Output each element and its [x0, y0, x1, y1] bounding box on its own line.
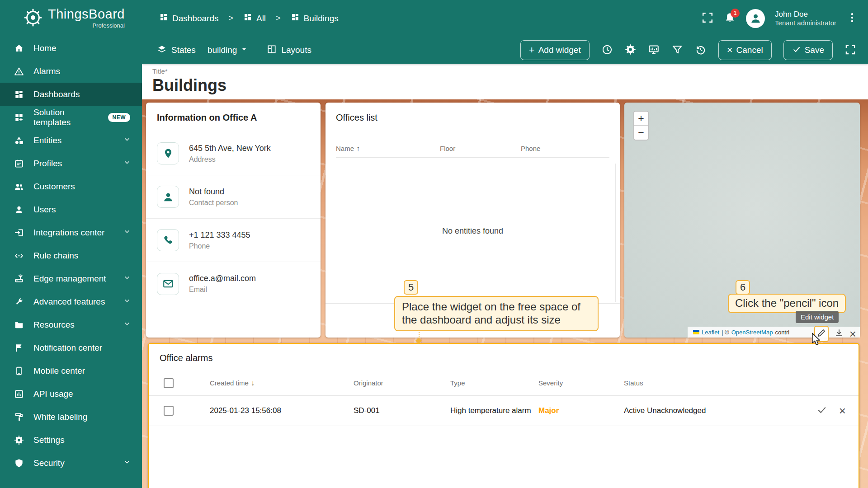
history-icon	[695, 44, 707, 57]
sidebar-item-notification-center[interactable]: Notification center	[0, 336, 142, 359]
gear-icon	[625, 44, 636, 56]
expand-dashboard-button[interactable]	[844, 44, 856, 57]
sidebar-item-entities[interactable]: Entities	[0, 129, 142, 152]
version-control-button[interactable]	[695, 44, 707, 57]
sidebar-item-label: White labeling	[33, 412, 87, 422]
zoom-in-button[interactable]: +	[634, 112, 648, 126]
avatar[interactable]	[746, 9, 765, 28]
sidebar-item-customers[interactable]: Customers	[0, 175, 142, 198]
phone-device-icon	[14, 366, 24, 376]
email-icon	[157, 273, 179, 295]
dashboard-settings-button[interactable]	[625, 44, 636, 56]
sidebar-item-solution-templates[interactable]: Solution templates NEW	[0, 106, 142, 129]
alarm-table-row[interactable]: 2025-01-23 15:56:08 SD-001 High temperat…	[149, 396, 859, 426]
map-action-close[interactable]: ×	[849, 328, 856, 340]
widget-information: Information on Office A 645 5th Ave, New…	[146, 103, 321, 338]
sidebar-item-label: Mobile center	[33, 366, 85, 376]
breadcrumb-item-all[interactable]: All	[243, 13, 266, 24]
entity-aliases-button[interactable]	[648, 44, 660, 57]
scrollbar[interactable]	[615, 164, 616, 302]
sidebar-item-label: Advanced features	[33, 297, 105, 307]
info-value: 645 5th Ave, New York	[189, 144, 271, 153]
column-header-originator[interactable]: Originator	[354, 379, 450, 387]
callout-step-5-number: 5	[404, 280, 418, 295]
select-all-checkbox[interactable]	[164, 378, 174, 388]
breadcrumb-item-buildings[interactable]: Buildings	[291, 13, 339, 24]
sidebar-item-label: Users	[33, 205, 56, 215]
cell-originator: SD-001	[354, 406, 450, 415]
column-header-status[interactable]: Status	[624, 379, 791, 387]
row-checkbox[interactable]	[164, 406, 174, 416]
breadcrumb-item-dashboards[interactable]: Dashboards	[159, 13, 218, 24]
logo-title: ThingsBoard	[48, 8, 125, 21]
info-label: Phone	[189, 242, 250, 250]
sidebar-item-label: Solution templates	[33, 108, 99, 127]
sidebar-item-security[interactable]: Security	[0, 451, 142, 474]
edit-widget-tooltip: Edit widget	[796, 311, 839, 323]
sidebar-item-settings[interactable]: Settings	[0, 428, 142, 451]
callout-step-5: Place the widget on the free space of th…	[394, 296, 599, 331]
fullscreen-button[interactable]	[701, 11, 714, 25]
layouts-button[interactable]: Layouts	[267, 44, 311, 56]
paint-icon	[14, 412, 24, 422]
wrench-icon	[14, 297, 24, 307]
sidebar-item-profiles[interactable]: Profiles	[0, 152, 142, 175]
chart-icon	[14, 389, 24, 399]
user-name: John Doe	[775, 9, 836, 19]
notifications-button[interactable]: 1	[724, 12, 736, 25]
dashboards-icon	[14, 89, 24, 99]
column-header-name[interactable]: Name ↑	[336, 145, 440, 153]
map-action-export[interactable]	[834, 328, 844, 340]
sidebar-item-integrations-center[interactable]: Integrations center	[0, 221, 142, 244]
states-selector[interactable]: States	[157, 44, 196, 56]
save-button[interactable]: Save	[783, 40, 833, 60]
acknowledge-button[interactable]	[816, 404, 827, 418]
download-icon	[834, 328, 844, 340]
filters-button[interactable]	[671, 44, 683, 57]
sidebar: Home Alarms Dashboards Solution template…	[0, 37, 142, 488]
widget-office-alarms[interactable]: Office alarms Created time ↓ Originator …	[148, 343, 859, 488]
sidebar-item-label: Resources	[33, 320, 75, 330]
state-select[interactable]: building	[208, 45, 248, 55]
column-header-type[interactable]: Type	[450, 379, 538, 387]
column-header-floor[interactable]: Floor	[440, 145, 521, 152]
clear-alarm-button[interactable]: ×	[839, 405, 846, 417]
app-logo[interactable]: ThingsBoard Professional	[0, 7, 142, 30]
sidebar-item-mobile-center[interactable]: Mobile center	[0, 359, 142, 382]
cancel-button[interactable]: × Cancel	[718, 40, 772, 60]
kebab-menu-button[interactable]	[846, 12, 858, 25]
chevron-down-icon	[123, 158, 131, 169]
info-row-contact: Not found Contact person	[146, 175, 321, 219]
chevron-down-icon	[123, 458, 131, 468]
leaflet-link[interactable]: Leaflet	[702, 329, 719, 336]
notification-badge: 1	[731, 9, 740, 18]
time-window-button[interactable]	[601, 44, 613, 57]
sidebar-item-resources[interactable]: Resources	[0, 313, 142, 336]
sidebar-item-api-usage[interactable]: API usage	[0, 382, 142, 405]
add-widget-button[interactable]: + Add widget	[520, 40, 590, 60]
callout-step-6-number: 6	[736, 280, 750, 295]
column-header-severity[interactable]: Severity	[538, 379, 624, 387]
dashboard-canvas: Information on Office A 645 5th Ave, New…	[142, 99, 868, 488]
sidebar-item-dashboards[interactable]: Dashboards	[0, 83, 142, 106]
page-title[interactable]: Buildings	[152, 76, 868, 95]
column-header-created-time[interactable]: Created time ↓	[210, 379, 354, 387]
sidebar-item-users[interactable]: Users	[0, 198, 142, 221]
info-value: Not found	[189, 187, 238, 197]
entities-icon	[14, 136, 24, 145]
zoom-out-button[interactable]: −	[634, 126, 648, 140]
top-header: ThingsBoard Professional Dashboards > Al…	[0, 0, 868, 37]
column-header-phone[interactable]: Phone	[521, 145, 609, 152]
sidebar-item-home[interactable]: Home	[0, 37, 142, 60]
dashboard-title-section: Title* Buildings	[142, 64, 868, 99]
sidebar-item-advanced-features[interactable]: Advanced features	[0, 290, 142, 313]
osm-link[interactable]: OpenStreetMap	[731, 329, 773, 336]
layouts-icon	[267, 44, 277, 56]
callout-step-6: Click the "pencil" icon	[728, 294, 846, 313]
page-title-label: Title*	[152, 67, 868, 75]
sidebar-item-edge-management[interactable]: Edge management	[0, 267, 142, 290]
sidebar-item-alarms[interactable]: Alarms	[0, 60, 142, 83]
sidebar-item-white-labeling[interactable]: White labeling	[0, 405, 142, 428]
sidebar-item-label: Home	[33, 43, 57, 53]
sidebar-item-rule-chains[interactable]: Rule chains	[0, 244, 142, 267]
